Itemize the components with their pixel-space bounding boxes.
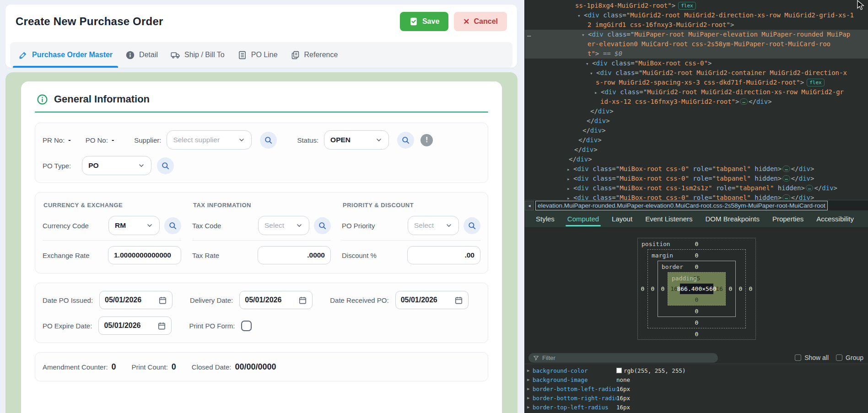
print-count-value: 0 [172, 362, 176, 372]
expand-arrow-down-icon[interactable]: ▾ [582, 30, 588, 40]
filter-input[interactable]: Filter [528, 353, 718, 363]
tab-purchase-order-master[interactable]: Purchase Order Master [12, 42, 119, 68]
column-header: PRIORITY & DISCOUNT [342, 200, 480, 215]
devtools-tab-styles[interactable]: Styles [530, 210, 560, 227]
fieldset-counters: Amendment Counter: 0 Print Count: 0 Clos… [35, 352, 488, 381]
po-type-select[interactable]: PO [82, 156, 151, 175]
box-model-content-size: 866.400×560 [680, 284, 713, 294]
supplier-select[interactable]: Select supplier [167, 130, 252, 150]
po-priority-search-button[interactable] [464, 217, 480, 234]
po-type-search-button[interactable] [157, 157, 174, 174]
tree-node[interactable]: ▸<div class="MuiBox-root css-0" role="ta… [525, 164, 868, 174]
tree-node[interactable]: ▸<div class="MuiBox-root css-1sm2s1z" ro… [525, 183, 868, 193]
column-divider [192, 240, 331, 241]
calendar-icon[interactable] [157, 322, 166, 330]
delivery-date-input[interactable]: 05/01/2026 [239, 291, 313, 309]
expand-arrow-down-icon[interactable]: ▾ [577, 11, 584, 21]
tree-node[interactable]: t"> == $0 [525, 49, 868, 59]
expand-arrow-right-icon[interactable]: ▶ [527, 396, 533, 400]
info-icon [125, 50, 135, 60]
tree-node[interactable]: s-row MuiGrid2-spacing-xs-3 css-dkd71f-M… [525, 78, 868, 87]
supplier-search-button[interactable] [260, 132, 277, 149]
tree-node[interactable]: ss-1pi8xg4-MuiGrid2-root">flex [525, 1, 868, 11]
cancel-button[interactable]: ✕ Cancel [454, 12, 507, 31]
breadcrumb[interactable]: elevation.MuiPaper-rounded.MuiPaper-elev… [535, 201, 828, 210]
search-icon [318, 221, 327, 230]
date-po-issued-input[interactable]: 05/01/2026 [99, 291, 173, 309]
computed-property-row: ▶border-top-left-radius16px [525, 402, 868, 412]
tree-node[interactable]: </div> [525, 126, 868, 135]
column-header: TAX INFORMATION [192, 200, 331, 215]
show-all-checkbox[interactable] [795, 354, 801, 361]
exchange-rate-input[interactable]: 1.0000000000000 [108, 246, 181, 264]
delivery-date-label: Delivery Date: [190, 296, 233, 304]
devtools-tab-computed[interactable]: Computed [562, 210, 604, 227]
expand-arrow-right-icon[interactable]: ▸ [567, 165, 573, 174]
tax-rate-input[interactable]: .0000 [258, 246, 331, 264]
print-po-form-checkbox[interactable] [241, 321, 252, 331]
tree-node[interactable]: ▾<div class="MuiGrid2-root MuiGrid2-cont… [525, 68, 868, 78]
group-checkbox[interactable] [836, 354, 842, 361]
tree-node[interactable]: 2 imgGird1 css-16fnxy3-MuiGrid2-root"> [525, 20, 868, 30]
expand-arrow-right-icon[interactable]: ▸ [567, 193, 573, 200]
save-button[interactable]: Save [400, 12, 448, 31]
column-tax-information: TAX INFORMATIONTax CodeSelectTax Rate.00… [192, 200, 331, 266]
tree-node[interactable]: ▾<div class="MuiGrid2-root MuiGrid2-dire… [525, 11, 868, 20]
status-select[interactable]: OPEN [324, 130, 389, 150]
expand-arrow-right-icon[interactable]: ▸ [567, 174, 573, 184]
date-received-po-label: Date Received PO: [330, 296, 388, 304]
property-name: background-image [533, 376, 616, 383]
expand-arrow-right-icon[interactable]: ▶ [527, 368, 533, 373]
tree-node[interactable]: id-xs-12 css-16fnxy3-MuiGrid2-root">…</d… [525, 97, 868, 107]
status-search-button[interactable] [397, 132, 414, 149]
expand-arrow-right-icon[interactable]: ▶ [527, 386, 533, 391]
gutter-ellipsis[interactable]: … [527, 30, 531, 39]
currency-code-select[interactable]: RM [108, 216, 160, 235]
fieldset-po-identity: PR No: - PO No: - Supplier: Select suppl… [35, 123, 488, 183]
calendar-icon[interactable] [454, 296, 463, 305]
expand-arrow-right-icon[interactable]: ▸ [567, 184, 573, 193]
tree-node[interactable]: </div> [525, 155, 868, 164]
date-received-po-input[interactable]: 05/01/2026 [395, 291, 469, 309]
tree-node[interactable]: </div> [525, 135, 868, 145]
po-line-icon [237, 50, 247, 60]
expand-arrow-down-icon[interactable]: ▾ [586, 59, 592, 69]
tab-ship-bill-to[interactable]: Ship / Bill To [164, 42, 231, 68]
tree-node[interactable]: ▸<div class="MuiBox-root css-0" role="ta… [525, 193, 868, 200]
expand-arrow-right-icon[interactable]: ▶ [527, 405, 533, 409]
tree-node[interactable]: </div> [525, 145, 868, 155]
expand-arrow-right-icon[interactable]: ▸ [594, 88, 601, 97]
devtools-tab-layout[interactable]: Layout [606, 210, 638, 227]
computed-filter-bar: Filter Show all Group [525, 352, 868, 364]
po-priority-select[interactable]: Select [408, 216, 459, 235]
tax-rate-label: Tax Rate [192, 252, 253, 259]
devtools-tab-event-listeners[interactable]: Event Listeners [640, 210, 698, 227]
tax-code-search-button[interactable] [314, 217, 331, 234]
tab-reference[interactable]: Reference [284, 42, 345, 68]
tree-node[interactable]: er-elevation0 MuiCard-root css-2s58ym-Mu… [525, 39, 868, 49]
devtools-tab-properties[interactable]: Properties [767, 210, 809, 227]
breadcrumb-collapse-button[interactable]: ◂ [525, 201, 534, 210]
tree-node[interactable]: ▸<div class="MuiBox-root css-0" role="ta… [525, 174, 868, 183]
status-label: Status: [297, 136, 318, 144]
tree-node[interactable]: ▸<div class="MuiGrid2-root MuiGrid2-dire… [525, 87, 868, 97]
po-expire-date-input[interactable]: 05/01/2026 [98, 316, 172, 335]
expand-arrow-right-icon[interactable]: ▶ [527, 377, 533, 382]
tax-code-select[interactable]: Select [258, 216, 309, 235]
tree-node[interactable]: </div> [525, 116, 868, 126]
devtools-tab-dom-breakpoints[interactable]: DOM Breakpoints [700, 210, 765, 227]
search-icon [168, 221, 177, 230]
expand-arrow-down-icon[interactable]: ▾ [590, 69, 596, 78]
calendar-icon[interactable] [298, 296, 307, 305]
tab-po-line[interactable]: PO Line [231, 42, 284, 68]
purchase-order-app: Create New Purchase Order Save ✕ Cancel … [0, 0, 524, 413]
tree-node[interactable]: ▾<div class="MuiBox-root css-0"> [525, 59, 868, 68]
tree-node[interactable]: </div> [525, 107, 868, 116]
discount-input[interactable]: .00 [407, 246, 480, 264]
devtools-tab-accessibility[interactable]: Accessibility [811, 210, 859, 227]
tree-node[interactable]: …▾<div class="MuiPaper-root MuiPaper-ele… [525, 30, 868, 39]
tab-detail[interactable]: Detail [119, 42, 164, 68]
currency-code-search-button[interactable] [164, 217, 181, 234]
collapsed-content-ellipsis: … [806, 185, 814, 191]
calendar-icon[interactable] [158, 296, 167, 305]
